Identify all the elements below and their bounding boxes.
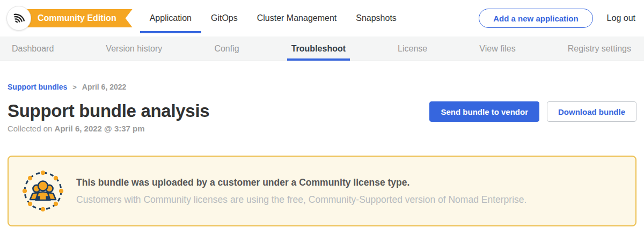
community-edition-badge: Community Edition	[25, 9, 133, 27]
subtab-license[interactable]: License	[397, 36, 428, 61]
send-bundle-to-vendor-button[interactable]: Send bundle to vendor	[429, 101, 539, 122]
logout-link[interactable]: Log out	[607, 13, 635, 23]
main-content: Support bundles > April 6, 2022 Support …	[0, 83, 644, 226]
header-actions: Add a new application Log out	[479, 0, 644, 36]
banner-title: This bundle was uploaded by a customer u…	[76, 177, 526, 188]
replicated-logo-icon	[12, 11, 26, 25]
breadcrumb-separator: >	[72, 83, 77, 91]
community-people-icon	[21, 170, 64, 212]
banner-text: This bundle was uploaded by a customer u…	[76, 177, 526, 205]
add-new-application-button[interactable]: Add a new application	[479, 9, 592, 28]
app-subnav: Dashboard Version history Config Trouble…	[0, 36, 644, 61]
title-row: Support bundle analysis Collected on Apr…	[8, 101, 636, 133]
title-block: Support bundle analysis Collected on Apr…	[8, 101, 209, 133]
tab-cluster-management[interactable]: Cluster Management	[247, 0, 347, 36]
subtab-troubleshoot[interactable]: Troubleshoot	[290, 36, 347, 61]
tab-application[interactable]: Application	[140, 0, 201, 36]
collected-prefix: Collected on	[8, 124, 52, 133]
collected-timestamp: Collected on April 6, 2022 @ 3:37 pm	[8, 124, 209, 133]
subtab-version-history[interactable]: Version history	[105, 36, 163, 61]
page-title: Support bundle analysis	[8, 101, 209, 121]
primary-tabs: Application GitOps Cluster Management Sn…	[140, 0, 406, 36]
breadcrumb-current: April 6, 2022	[82, 83, 127, 91]
subtab-registry-settings[interactable]: Registry settings	[567, 36, 632, 61]
subtab-view-files[interactable]: View files	[478, 36, 516, 61]
app-logo[interactable]	[6, 6, 31, 31]
breadcrumb-support-bundles-link[interactable]: Support bundles	[8, 83, 67, 91]
tab-snapshots[interactable]: Snapshots	[346, 0, 406, 36]
banner-description: Customers with Community licenses are us…	[76, 194, 526, 205]
bundle-actions: Send bundle to vendor Download bundle	[429, 101, 636, 122]
logo-group: Community Edition	[0, 0, 133, 36]
tab-gitops[interactable]: GitOps	[201, 0, 247, 36]
download-bundle-button[interactable]: Download bundle	[547, 101, 636, 122]
breadcrumb: Support bundles > April 6, 2022	[8, 83, 636, 91]
subtab-config[interactable]: Config	[213, 36, 240, 61]
community-license-banner: This bundle was uploaded by a customer u…	[8, 156, 636, 226]
top-nav: Community Edition Application GitOps Clu…	[0, 0, 644, 36]
collected-date: April 6, 2022 @ 3:37 pm	[55, 124, 145, 133]
subtab-dashboard[interactable]: Dashboard	[11, 36, 55, 61]
